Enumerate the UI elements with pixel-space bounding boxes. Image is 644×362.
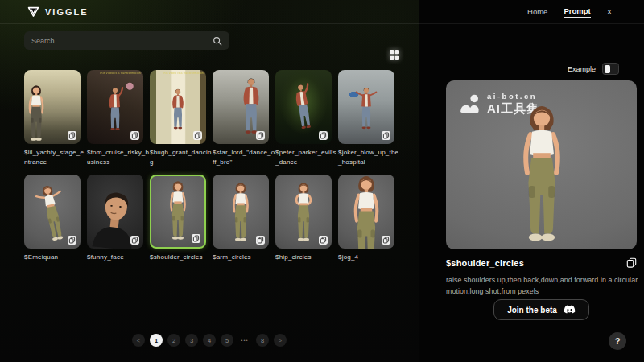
- gallery-item-selected[interactable]: [150, 175, 206, 249]
- character-figure: [355, 86, 377, 134]
- nav-item-prompt[interactable]: Prompt: [564, 6, 590, 18]
- page-button-1[interactable]: 1: [150, 334, 163, 347]
- gif-badge-icon[interactable]: [319, 131, 328, 140]
- gallery-item-label: $lil_yachty_stage_entrance: [24, 148, 87, 168]
- page-button-3[interactable]: 3: [185, 334, 198, 347]
- toggle-knob: [605, 65, 610, 73]
- nav-item-x[interactable]: X: [607, 7, 612, 16]
- brand-name: VIGGLE: [45, 7, 89, 17]
- prev-button[interactable]: <: [132, 334, 145, 347]
- join-beta-label: Join the beta: [507, 306, 557, 315]
- gallery-cell: This video is a transformation$hugh_gran…: [150, 70, 206, 168]
- gallery-item[interactable]: [24, 70, 80, 144]
- viggle-app: $lil_yachty_stage_entranceThis video is …: [0, 0, 644, 362]
- gallery-cell: $funny_face: [87, 175, 143, 262]
- preview-character: [510, 104, 574, 245]
- character-figure: [34, 182, 72, 244]
- gallery-item-label: $tom_cruise_risky_business: [87, 148, 150, 168]
- gif-badge-icon[interactable]: [256, 131, 265, 140]
- next-button[interactable]: >: [274, 334, 287, 347]
- gallery-item[interactable]: [275, 175, 332, 249]
- character-figure: [164, 180, 192, 241]
- gallery-item[interactable]: [275, 70, 332, 144]
- gif-badge-icon[interactable]: [319, 236, 328, 245]
- gallery-item-label: $hugh_grant_dancing: [150, 148, 213, 168]
- search-input[interactable]: [31, 37, 213, 45]
- template-description: raise shoulders up,then back,down,and fo…: [446, 275, 639, 297]
- template-title: $shoulder_circles: [446, 258, 524, 268]
- gallery-item-label: $arm_circles: [213, 253, 275, 262]
- gallery-item[interactable]: This video is a transformation: [87, 70, 143, 144]
- gallery-cell: $shoulder_circles: [150, 175, 206, 262]
- gif-badge-icon[interactable]: [68, 131, 76, 140]
- character-figure: [290, 182, 318, 243]
- ai-bot-logo-icon: [459, 94, 481, 114]
- brand[interactable]: VIGGLE: [27, 6, 89, 18]
- search-icon[interactable]: [213, 36, 222, 46]
- join-wrap: Join the beta: [446, 299, 637, 320]
- gallery-cell: $arm_circles: [213, 175, 269, 262]
- gif-badge-icon[interactable]: [382, 131, 390, 140]
- gallery-item-label: $joker_blow_up_the_hospital: [338, 148, 401, 168]
- character-figure: [104, 86, 126, 136]
- gallery-cell: This video is a transformation$tom_cruis…: [87, 70, 143, 168]
- gallery-cell: $hip_circles: [275, 175, 332, 262]
- character-figure: [167, 88, 188, 134]
- gallery-item-label: $Emeiquan: [24, 253, 87, 262]
- gif-badge-icon[interactable]: [382, 236, 390, 245]
- gallery-cell: $peter_parker_evil's_dance: [275, 70, 332, 168]
- gallery-item[interactable]: [338, 175, 394, 249]
- gif-badge-icon[interactable]: [130, 131, 139, 140]
- video-watermark-text: This video is a transformation: [99, 72, 141, 75]
- example-row: Example: [568, 63, 619, 75]
- detail-panel: Example ai-bot.cn AI工具集 $shoulder_circle…: [419, 0, 644, 362]
- gallery-item[interactable]: [87, 175, 143, 249]
- video-watermark-text: This video is a transformation: [162, 72, 204, 75]
- viggle-logo-icon: [27, 6, 39, 18]
- gallery-cell: $lil_yachty_stage_entrance: [24, 70, 80, 168]
- page-button-2[interactable]: 2: [167, 334, 180, 347]
- gallery-item-label: $shoulder_circles: [150, 253, 213, 262]
- gif-badge-icon[interactable]: [130, 236, 139, 245]
- gallery-item[interactable]: [338, 70, 394, 144]
- pagination: <12345•••8>: [0, 334, 419, 347]
- help-button[interactable]: ?: [609, 332, 626, 350]
- gif-badge-icon[interactable]: [256, 236, 265, 245]
- gallery-item-label: $jog_4: [338, 253, 401, 262]
- gallery-item[interactable]: [24, 175, 80, 249]
- ellipsis-button: •••: [238, 334, 251, 347]
- main-nav: HomePromptX: [527, 6, 612, 18]
- gallery-item[interactable]: [213, 175, 269, 249]
- gallery-cell: $jog_4: [338, 175, 394, 262]
- gif-badge-icon[interactable]: [192, 234, 200, 243]
- top-bar: VIGGLE HomePromptX: [0, 0, 644, 24]
- grid-view-icon[interactable]: [389, 49, 400, 60]
- preview-card[interactable]: ai-bot.cn AI工具集: [446, 80, 637, 249]
- gallery-item[interactable]: [213, 70, 269, 144]
- gallery-cell: $Emeiquan: [24, 175, 80, 262]
- gallery-item-label: $funny_face: [87, 253, 150, 262]
- gallery-cell: $joker_blow_up_the_hospital: [338, 70, 394, 168]
- nav-item-home[interactable]: Home: [527, 7, 547, 16]
- watermark-domain: ai-bot.cn: [487, 92, 539, 101]
- gallery-item-label: $hip_circles: [275, 253, 338, 262]
- character-figure: [288, 81, 319, 135]
- gif-badge-icon[interactable]: [193, 131, 202, 140]
- gallery-item[interactable]: This video is a transformation: [150, 70, 206, 144]
- template-grid: $lil_yachty_stage_entranceThis video is …: [24, 70, 394, 262]
- title-row: $shoulder_circles: [446, 257, 637, 268]
- gif-badge-icon[interactable]: [68, 236, 76, 245]
- character-figure: [24, 84, 50, 142]
- character-figure: [227, 182, 255, 243]
- gallery-item-label: $peter_parker_evil's_dance: [275, 148, 338, 168]
- page-button-5[interactable]: 5: [221, 334, 233, 347]
- example-toggle[interactable]: [602, 63, 619, 75]
- gallery-panel: $lil_yachty_stage_entranceThis video is …: [0, 0, 419, 362]
- search-bar[interactable]: [24, 31, 229, 50]
- join-beta-button[interactable]: Join the beta: [493, 299, 589, 320]
- discord-icon: [564, 305, 576, 315]
- copy-icon[interactable]: [626, 257, 637, 268]
- gallery-item-label: $star_lord_"dance_off_bro": [213, 148, 275, 168]
- page-button-8[interactable]: 8: [256, 334, 269, 347]
- page-button-4[interactable]: 4: [203, 334, 216, 347]
